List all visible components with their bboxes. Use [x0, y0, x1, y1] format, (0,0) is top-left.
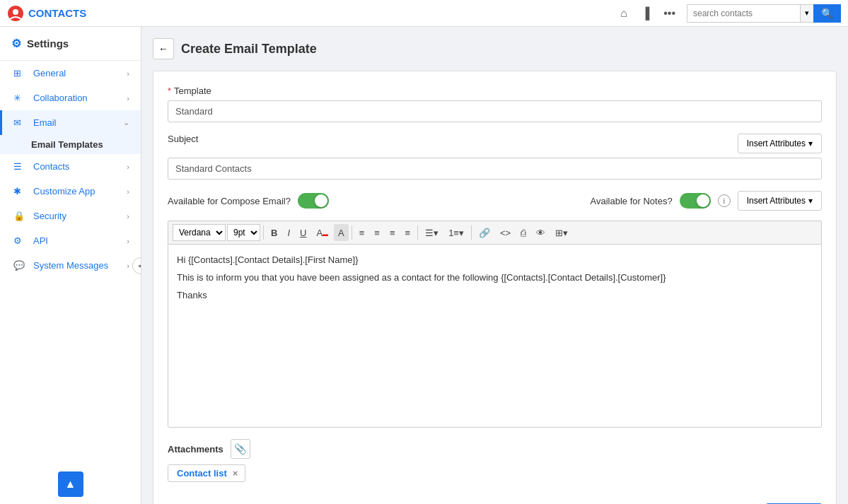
settings-gear-icon: ⚙ [11, 37, 21, 50]
editor-body[interactable]: Hi {[Contacts].[Contact Details].[First … [168, 244, 822, 428]
editor-line-3: Thanks [177, 288, 813, 303]
insert-attr-notes-arrow-icon: ▾ [808, 196, 813, 206]
more-icon: ••• [663, 7, 675, 19]
sidebar-item-email[interactable]: ✉ Email ⌄ [0, 110, 141, 135]
info-icon[interactable]: i [718, 194, 731, 207]
search-submit-button[interactable]: 🔍 [813, 4, 841, 23]
sidebar-item-api[interactable]: ⚙ API › [0, 228, 141, 253]
font-color-button[interactable]: A▬ [312, 224, 332, 241]
search-wrapper: ▾ 🔍 [687, 4, 841, 23]
insert-attributes-notes-button[interactable]: Insert Attributes ▾ [738, 191, 822, 211]
align-center-button[interactable]: ≡ [370, 224, 384, 241]
search-input[interactable] [687, 4, 800, 23]
sidebar-bottom: ▲ [58, 471, 83, 497]
template-input[interactable] [168, 100, 822, 122]
notes-toggle-group: Available for Notes? i Insert Attributes… [591, 191, 822, 211]
table-button[interactable]: ⊞▾ [551, 224, 572, 241]
sidebar-item-security[interactable]: 🔒 Security › [0, 204, 141, 228]
chevron-collaboration-icon: › [127, 94, 129, 102]
app-name: CONTACTS [28, 7, 86, 19]
scroll-top-button[interactable]: ▲ [58, 471, 83, 497]
subject-header-row: Subject Insert Attributes ▾ [168, 134, 822, 153]
sidebar-header: ⚙ Settings [0, 27, 141, 61]
subject-input[interactable] [168, 158, 822, 180]
chevron-general-icon: › [127, 69, 129, 78]
search-dropdown-button[interactable]: ▾ [800, 4, 813, 23]
lock-icon: 🔒 [13, 211, 26, 221]
subject-row: Subject Insert Attributes ▾ [168, 134, 822, 180]
form-card: * Template Subject Insert Attributes ▾ [153, 71, 837, 504]
sidebar-customize-label: Customize App [33, 186, 127, 197]
sidebar-item-system-messages[interactable]: 💬 System Messages › [0, 253, 141, 278]
paperclip-icon: 📎 [234, 443, 246, 455]
sidebar: ⚙ Settings ⊞ General › ✳ Collaboration ›… [0, 27, 141, 504]
preview-button[interactable]: 👁 [532, 224, 550, 241]
align-right-button[interactable]: ≡ [385, 224, 400, 241]
compose-toggle-label: Available for Compose Email? [168, 196, 291, 206]
chevron-email-icon: ⌄ [123, 118, 129, 127]
main-content: ← Create Email Template * Template Subje… [141, 27, 848, 504]
svg-point-1 [13, 9, 18, 15]
compose-toggle-group: Available for Compose Email? [168, 193, 329, 209]
italic-button[interactable]: I [283, 224, 294, 241]
sidebar-general-label: General [33, 68, 127, 78]
main-layout: ⚙ Settings ⊞ General › ✳ Collaboration ›… [0, 27, 848, 504]
sidebar-item-general[interactable]: ⊞ General › [0, 61, 141, 86]
chevron-contacts-icon: › [127, 163, 129, 171]
underline-button[interactable]: U [296, 224, 310, 241]
sidebar-collaboration-label: Collaboration [33, 93, 127, 103]
sidebar-item-collaboration[interactable]: ✳ Collaboration › [0, 86, 141, 110]
print-button[interactable]: ⎙ [516, 224, 530, 241]
asterisk-icon: ✳ [13, 93, 26, 103]
attachments-label-row: Attachments 📎 [168, 439, 822, 459]
numbered-list-button[interactable]: 1≡▾ [444, 224, 468, 241]
bullet-list-button[interactable]: ☰▾ [421, 224, 443, 241]
wrench-icon: ✱ [13, 186, 26, 197]
font-family-select[interactable]: Verdana [173, 224, 226, 241]
search-icon: 🔍 [821, 8, 833, 19]
toolbar-separator-4 [471, 225, 472, 240]
link-button[interactable]: 🔗 [475, 224, 494, 241]
notes-toggle-label: Available for Notes? [591, 196, 673, 206]
attachments-section: Attachments 📎 Contact list × [168, 439, 822, 482]
home-button[interactable]: ⌂ [615, 4, 633, 23]
notes-toggle[interactable] [680, 193, 711, 209]
insert-attributes-subject-button[interactable]: Insert Attributes ▾ [738, 134, 822, 153]
highlight-button[interactable]: A [334, 224, 349, 241]
chevron-security-icon: › [127, 212, 129, 221]
sidebar-sub-email-templates[interactable]: Email Templates [0, 135, 141, 154]
toolbar-separator-1 [263, 225, 264, 240]
toggle-row: Available for Compose Email? Available f… [168, 191, 822, 211]
envelope-icon: ✉ [13, 117, 26, 128]
app-logo: CONTACTS [7, 5, 86, 22]
sidebar-api-label: API [33, 235, 127, 246]
chart-button[interactable]: ▐ [636, 4, 655, 23]
toolbar-separator-2 [352, 225, 352, 240]
settings-label: Settings [27, 37, 69, 49]
bold-button[interactable]: B [267, 224, 281, 241]
email-templates-label: Email Templates [31, 139, 103, 150]
app-logo-icon [7, 5, 24, 22]
more-button[interactable]: ••• [658, 4, 681, 23]
chevron-api-icon: › [127, 237, 129, 245]
insert-attributes-notes-label: Insert Attributes [747, 196, 806, 206]
code-button[interactable]: <> [496, 224, 515, 241]
grid-icon: ⊞ [13, 68, 26, 78]
align-left-button[interactable]: ≡ [355, 224, 369, 241]
top-navbar: CONTACTS ⌂ ▐ ••• ▾ 🔍 [0, 0, 848, 27]
sidebar-item-customize[interactable]: ✱ Customize App › [0, 179, 141, 204]
add-attachment-button[interactable]: 📎 [231, 439, 250, 459]
sidebar-email-label: Email [33, 117, 123, 128]
sidebar-system-messages-label: System Messages [33, 260, 127, 271]
attachments-label-text: Attachments [168, 444, 223, 455]
compose-toggle[interactable] [298, 193, 329, 209]
remove-attachment-button[interactable]: × [233, 468, 238, 479]
justify-button[interactable]: ≡ [401, 224, 415, 241]
back-button[interactable]: ← [153, 38, 174, 59]
subject-label: Subject [168, 134, 198, 144]
attachment-contact-list: Contact list × [168, 464, 245, 482]
gear-icon: ⚙ [13, 235, 26, 246]
sidebar-item-contacts[interactable]: ☰ Contacts › [0, 154, 141, 179]
font-size-select[interactable]: 9pt [227, 224, 260, 241]
editor-line-2: This is to inform you that you have been… [177, 271, 813, 286]
